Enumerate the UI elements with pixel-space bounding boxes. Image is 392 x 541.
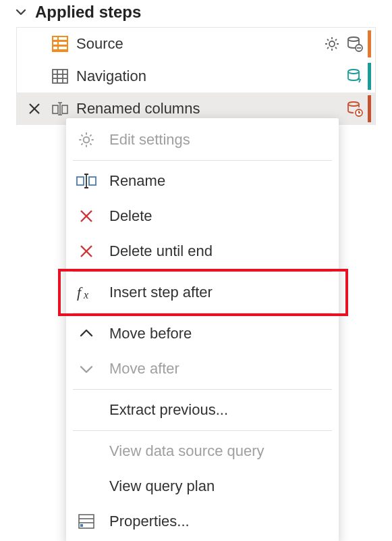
svg-rect-27 [89, 177, 96, 185]
chevron-down-icon [76, 358, 97, 380]
svg-rect-20 [53, 105, 58, 113]
properties-icon [76, 511, 97, 532]
gear-icon [76, 129, 97, 151]
svg-rect-6 [53, 47, 57, 49]
row-accent [368, 63, 371, 90]
delete-step-icon[interactable] [25, 101, 44, 116]
menu-extract-previous[interactable]: Extract previous... [66, 392, 339, 428]
svg-rect-7 [59, 47, 67, 49]
database-refresh-icon[interactable] [345, 66, 365, 86]
table-icon [51, 67, 69, 86]
svg-rect-3 [59, 37, 67, 40]
panel-title: Applied steps [35, 3, 141, 22]
step-label: Navigation [76, 68, 338, 85]
menu-label: Delete until end [109, 242, 213, 260]
menu-separator [73, 313, 332, 313]
menu-edit-settings: Edit settings [66, 122, 339, 157]
menu-separator [73, 272, 332, 272]
step-row-source[interactable]: Source [17, 28, 375, 60]
menu-label: Extract previous... [109, 401, 228, 419]
menu-separator [73, 160, 332, 161]
rename-column-icon [51, 99, 69, 118]
menu-rename[interactable]: Rename [66, 163, 339, 199]
blank-icon [76, 399, 97, 421]
database-remove-icon[interactable] [345, 34, 365, 54]
database-clock-icon[interactable] [345, 99, 365, 119]
menu-label: View data source query [109, 442, 264, 460]
delete-x-icon [76, 205, 97, 227]
table-source-icon [51, 34, 69, 53]
svg-rect-4 [53, 42, 57, 45]
delete-x-icon [76, 240, 97, 262]
svg-rect-26 [77, 177, 84, 185]
menu-label: Move after [109, 360, 179, 378]
svg-rect-5 [59, 42, 67, 45]
blank-icon [76, 440, 97, 462]
svg-point-17 [348, 70, 359, 74]
fx-icon: f x [76, 282, 97, 303]
svg-point-23 [348, 102, 359, 106]
chevron-down-icon [13, 5, 28, 20]
menu-label: Move before [109, 325, 192, 342]
step-context-menu: Edit settings Rename Delete Delete until… [66, 118, 339, 541]
steps-list: Source [16, 27, 376, 126]
svg-rect-21 [62, 105, 67, 113]
svg-text:x: x [83, 289, 88, 301]
menu-label: Delete [109, 207, 152, 225]
menu-label: Properties... [109, 513, 190, 530]
svg-rect-2 [53, 37, 57, 40]
menu-separator [73, 389, 332, 390]
menu-move-before[interactable]: Move before [66, 316, 339, 351]
menu-delete[interactable]: Delete [66, 199, 339, 234]
menu-label: Edit settings [109, 131, 190, 149]
svg-point-25 [84, 137, 90, 143]
menu-label: Insert step after [109, 284, 213, 301]
svg-point-8 [329, 41, 335, 47]
row-accent [368, 95, 371, 122]
menu-view-query-plan[interactable]: View query plan [66, 469, 339, 504]
menu-label: Rename [109, 172, 165, 190]
step-row-navigation[interactable]: Navigation [17, 60, 375, 93]
menu-properties[interactable]: Properties... [66, 504, 339, 539]
gear-icon[interactable] [322, 34, 342, 54]
step-label: Source [76, 35, 315, 53]
menu-separator [73, 430, 332, 431]
svg-text:f: f [77, 284, 83, 301]
svg-rect-38 [80, 524, 83, 527]
svg-rect-12 [53, 70, 67, 83]
menu-move-after: Move after [66, 351, 339, 386]
rename-icon [76, 170, 97, 192]
chevron-up-icon [76, 323, 97, 344]
row-accent [368, 30, 371, 57]
menu-delete-until-end[interactable]: Delete until end [66, 234, 339, 269]
menu-view-data-source-query: View data source query [66, 434, 339, 469]
menu-insert-step-after[interactable]: f x Insert step after [66, 275, 339, 310]
menu-label: View query plan [109, 478, 215, 495]
applied-steps-header[interactable]: Applied steps [0, 0, 392, 27]
svg-point-9 [348, 37, 359, 41]
blank-icon [76, 475, 97, 497]
step-label: Renamed columns [76, 100, 338, 118]
